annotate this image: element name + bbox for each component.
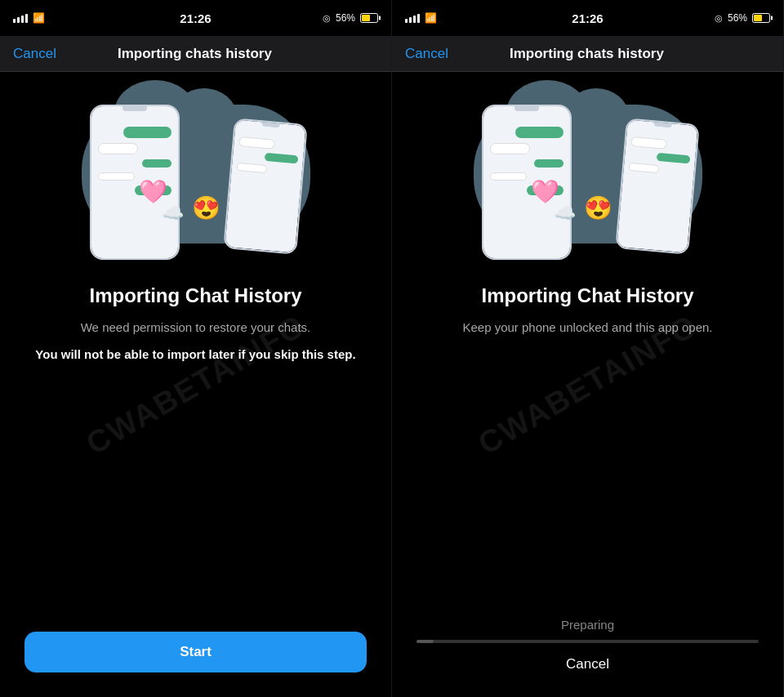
left-panel: 📶 21:26 ◎ 56% Cancel Importing chats his… bbox=[0, 0, 392, 697]
content-left: 🩷 ☁️ 😍 Importing Chat History We need pe… bbox=[0, 72, 391, 697]
cloud-emoji-right: ☁️ bbox=[554, 203, 576, 224]
smile-emoji-right: 😍 bbox=[584, 194, 612, 221]
bottom-area-left: Start bbox=[0, 632, 391, 672]
text-section-left: Importing Chat History We need permissio… bbox=[24, 284, 367, 364]
warning-text-left: You will not be able to import later if … bbox=[33, 346, 359, 364]
cancel-button-left[interactable]: Cancel bbox=[13, 46, 56, 62]
smile-emoji-left: 😍 bbox=[192, 194, 220, 221]
content-right: 🩷 ☁️ 😍 Importing Chat History Keep your … bbox=[392, 72, 783, 697]
nav-bar-left: Cancel Importing chats history bbox=[0, 36, 391, 72]
illustration-right: 🩷 ☁️ 😍 bbox=[457, 88, 719, 268]
progress-section: Preparing bbox=[416, 618, 759, 643]
location-icon: ◎ bbox=[323, 13, 331, 24]
signal-icon-right bbox=[405, 14, 420, 23]
status-time-right: 21:26 bbox=[572, 11, 603, 25]
illustration-left: 🩷 ☁️ 😍 bbox=[65, 88, 327, 268]
left-status-icons-right: 📶 bbox=[405, 12, 437, 24]
nav-bar-right: Cancel Importing chats history bbox=[392, 36, 783, 72]
text-section-right: Importing Chat History Keep your phone u… bbox=[416, 284, 759, 346]
cloud-emoji-left: ☁️ bbox=[162, 203, 184, 224]
cancel-button-right[interactable]: Cancel bbox=[405, 46, 448, 62]
wifi-icon: 📶 bbox=[33, 12, 45, 24]
location-icon-right: ◎ bbox=[715, 13, 723, 24]
subtitle-right: Keep your phone unlocked and this app op… bbox=[425, 319, 751, 337]
start-button[interactable]: Start bbox=[24, 632, 367, 672]
right-status-icons: ◎ 56% bbox=[323, 12, 378, 24]
left-status-icons: 📶 bbox=[13, 12, 45, 24]
wifi-icon-right: 📶 bbox=[425, 12, 437, 24]
battery-pct-left: 56% bbox=[336, 12, 355, 24]
nav-title-right: Importing chats history bbox=[510, 46, 664, 62]
progress-bar-fill bbox=[416, 640, 434, 643]
subtitle-left: We need permission to restore your chats… bbox=[33, 319, 359, 337]
right-status-icons-right: ◎ 56% bbox=[715, 12, 770, 24]
main-title-right: Importing Chat History bbox=[425, 284, 751, 307]
bottom-area-right: Preparing Cancel bbox=[392, 618, 783, 672]
cancel-progress-button[interactable]: Cancel bbox=[566, 656, 609, 672]
right-panel: 📶 21:26 ◎ 56% Cancel Importing chats his… bbox=[392, 0, 784, 697]
main-title-left: Importing Chat History bbox=[33, 284, 359, 307]
status-bar-right: 📶 21:26 ◎ 56% bbox=[392, 0, 783, 36]
progress-bar-bg bbox=[416, 640, 759, 643]
illus-phone-right-right bbox=[615, 118, 700, 254]
illus-phone-right bbox=[223, 118, 308, 254]
battery-icon-left bbox=[360, 13, 378, 23]
preparing-label: Preparing bbox=[561, 618, 614, 632]
heart-emoji-right: 🩷 bbox=[531, 178, 559, 205]
signal-icon bbox=[13, 14, 28, 23]
battery-pct-right: 56% bbox=[728, 12, 747, 24]
status-time-left: 21:26 bbox=[180, 11, 211, 25]
status-bar-left: 📶 21:26 ◎ 56% bbox=[0, 0, 391, 36]
nav-title-left: Importing chats history bbox=[118, 46, 272, 62]
heart-emoji-left: 🩷 bbox=[139, 178, 167, 205]
battery-icon-right bbox=[752, 13, 770, 23]
